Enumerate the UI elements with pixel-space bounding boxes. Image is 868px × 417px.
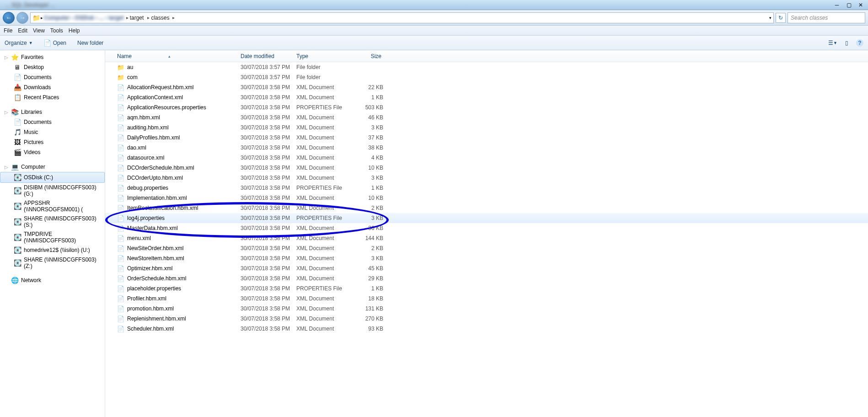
file-type-icon: 📁 xyxy=(117,74,124,81)
menu-help[interactable]: Help xyxy=(69,27,80,34)
sidebar-item-videos[interactable]: 🎬Videos xyxy=(0,147,105,157)
sidebar-item-homedrive[interactable]: 💽homedrive12$ (\\isilon) (U:) xyxy=(0,245,105,255)
network-header[interactable]: ▷ 🌐 Network xyxy=(0,275,105,285)
sidebar-item-tmpdrive[interactable]: 💽TMPDRIVE (\\NMISDCGFFS003) xyxy=(0,230,105,245)
sidebar-item-lib-documents[interactable]: 📄Documents xyxy=(0,117,105,127)
file-row[interactable]: 📄NewStoreItem.hbm.xml30/07/2018 3:58 PMX… xyxy=(105,253,868,263)
file-name: NewStoreItem.hbm.xml xyxy=(127,255,184,262)
file-date: 30/07/2018 3:58 PM xyxy=(237,315,293,322)
sidebar-item-share-z[interactable]: 💽SHARE (\\NMISDCGFFS003) (Z:) xyxy=(0,255,105,271)
file-row[interactable]: 📄placeholder.properties30/07/2018 3:58 P… xyxy=(105,283,868,294)
file-type-icon: 📄 xyxy=(117,94,124,101)
preview-pane-button[interactable]: ▯ xyxy=(842,39,851,47)
menu-tools[interactable]: Tools xyxy=(50,27,63,34)
file-name: ApplicationResources.properties xyxy=(127,104,206,111)
sidebar-item-desktop[interactable]: 🖥Desktop xyxy=(0,62,105,72)
crumb-target[interactable]: ▸target xyxy=(125,15,145,21)
file-date: 30/07/2018 3:58 PM xyxy=(237,84,293,91)
sidebar-item-documents[interactable]: 📄Documents xyxy=(0,72,105,82)
sidebar-item-music[interactable]: 🎵Music xyxy=(0,127,105,137)
file-size: 4 KB xyxy=(350,155,385,161)
file-row[interactable]: 📄log4j.properties30/07/2018 3:58 PMPROPE… xyxy=(105,213,868,223)
maximize-button[interactable]: ▢ xyxy=(843,1,854,9)
sidebar-item-disibm[interactable]: 💽DISIBM (\\NMISDCGFFS003) (G:) xyxy=(0,183,105,198)
new-folder-button[interactable]: New folder xyxy=(77,40,103,46)
computer-header[interactable]: ▷ 💻 Computer xyxy=(0,162,105,172)
sort-asc-icon: ▴ xyxy=(168,54,171,59)
file-row[interactable]: 📁com30/07/2018 3:57 PMFile folder xyxy=(105,72,868,82)
refresh-button[interactable]: ↻ xyxy=(776,13,786,23)
search-input[interactable]: Search classes xyxy=(788,12,865,23)
file-type: XML Document xyxy=(293,165,350,171)
column-name[interactable]: Name▴ xyxy=(113,53,237,59)
file-row[interactable]: 📄Profiler.hbm.xml30/07/2018 3:58 PMXML D… xyxy=(105,294,868,304)
file-size: 36 KB xyxy=(350,225,385,231)
file-row[interactable]: 📄Implementation.hbm.xml30/07/2018 3:58 P… xyxy=(105,193,868,203)
column-type[interactable]: Type xyxy=(293,53,350,59)
file-row[interactable]: 📄aqm.hbm.xml30/07/2018 3:58 PMXML Docume… xyxy=(105,112,868,123)
sidebar-item-appsshr[interactable]: 💽APPSSHR (\\NNORSOGFSM001) ( xyxy=(0,198,105,214)
file-row[interactable]: 📄NewSiteOrder.hbm.xml30/07/2018 3:58 PMX… xyxy=(105,243,868,253)
back-button[interactable]: ← xyxy=(3,12,15,24)
file-row[interactable]: 📁au30/07/2018 3:57 PMFile folder xyxy=(105,62,868,72)
file-date: 30/07/2018 3:58 PM xyxy=(237,235,293,241)
file-name: Optimizer.hbm.xml xyxy=(127,265,172,272)
desktop-icon: 🖥 xyxy=(14,64,21,71)
file-row[interactable]: 📄OrderSchedule.hbm.xml30/07/2018 3:58 PM… xyxy=(105,273,868,283)
file-type: XML Document xyxy=(293,175,350,181)
column-date[interactable]: Date modified xyxy=(237,53,293,59)
menu-file[interactable]: File xyxy=(4,27,12,34)
sidebar-item-downloads[interactable]: 📥Downloads xyxy=(0,82,105,92)
file-row[interactable]: 📄menu.xml30/07/2018 3:58 PMXML Document1… xyxy=(105,233,868,243)
file-type-icon: 📄 xyxy=(117,184,124,192)
sidebar-item-osdisk[interactable]: 💽OSDisk (C:) xyxy=(0,172,105,183)
file-size: 503 KB xyxy=(350,104,385,111)
file-type: XML Document xyxy=(293,84,350,91)
column-size[interactable]: Size xyxy=(350,53,385,59)
file-type: PROPERTIES File xyxy=(293,185,350,191)
organize-button[interactable]: Organize▼ xyxy=(5,40,33,46)
file-row[interactable]: 📄DCOrderSchedule.hbm.xml30/07/2018 3:58 … xyxy=(105,163,868,173)
file-row[interactable]: 📄MasterData.hbm.xml30/07/2018 3:58 PMXML… xyxy=(105,223,868,233)
sidebar-item-recent[interactable]: 📋Recent Places xyxy=(0,92,105,102)
file-row[interactable]: 📄datasource.xml30/07/2018 3:58 PMXML Doc… xyxy=(105,153,868,163)
file-row[interactable]: 📄ItemReclassification.hbm.xml30/07/2018 … xyxy=(105,203,868,213)
menu-bar: File Edit View Tools Help xyxy=(0,26,868,36)
file-row[interactable]: 📄ApplicationContext.xml30/07/2018 3:58 P… xyxy=(105,92,868,102)
file-name: DCOrderUpto.hbm.xml xyxy=(127,175,183,181)
file-row[interactable]: 📄promotion.hbm.xml30/07/2018 3:58 PMXML … xyxy=(105,304,868,314)
file-row[interactable]: 📄Optimizer.hbm.xml30/07/2018 3:58 PMXML … xyxy=(105,263,868,273)
menu-view[interactable]: View xyxy=(33,27,45,34)
favorites-header[interactable]: ▷ ⭐ Favorites xyxy=(0,52,105,62)
file-name: OrderSchedule.hbm.xml xyxy=(127,275,186,282)
file-row[interactable]: 📄ApplicationResources.properties30/07/20… xyxy=(105,102,868,112)
file-row[interactable]: 📄Replenishment.hbm.xml30/07/2018 3:58 PM… xyxy=(105,314,868,324)
open-button[interactable]: 📄 Open xyxy=(44,39,66,47)
file-size: 45 KB xyxy=(350,265,385,272)
file-row[interactable]: 📄DailyProfiles.hbm.xml30/07/2018 3:58 PM… xyxy=(105,133,868,143)
file-row[interactable]: 📄dao.xml30/07/2018 3:58 PMXML Document38… xyxy=(105,143,868,153)
file-rows: 📁au30/07/2018 3:57 PMFile folder📁com30/0… xyxy=(105,62,868,334)
view-options-button[interactable]: ☰ ▼ xyxy=(829,39,837,47)
breadcrumb[interactable]: 📁 ▸ Computer › OSDisk › ... › target ▸ta… xyxy=(30,12,774,23)
sidebar-item-pictures[interactable]: 🖼Pictures xyxy=(0,137,105,147)
file-type: XML Document xyxy=(293,94,350,101)
file-row[interactable]: 📄debug.properties30/07/2018 3:58 PMPROPE… xyxy=(105,183,868,193)
help-button[interactable]: ? xyxy=(856,39,863,47)
close-button[interactable]: ✕ xyxy=(855,1,866,9)
file-row[interactable]: 📄Scheduler.hbm.xml30/07/2018 3:58 PMXML … xyxy=(105,324,868,334)
sidebar-item-share-s[interactable]: 💽SHARE (\\NMISDCGFFS003) (S:) xyxy=(0,214,105,230)
crumb-classes[interactable]: ▸classes▸ xyxy=(146,15,176,21)
file-row[interactable]: 📄DCOrderUpto.hbm.xml30/07/2018 3:58 PMXM… xyxy=(105,173,868,183)
file-type-icon: 📄 xyxy=(117,295,124,302)
file-name: auditing.hbm.xml xyxy=(127,124,169,131)
forward-button[interactable]: → xyxy=(16,12,28,24)
libraries-header[interactable]: ▷ 📚 Libraries xyxy=(0,107,105,117)
file-row[interactable]: 📄AllocationRequest.hbm.xml30/07/2018 3:5… xyxy=(105,82,868,92)
minimize-button[interactable]: ─ xyxy=(831,1,842,9)
file-size: 29 KB xyxy=(350,275,385,282)
drive-icon: 💽 xyxy=(14,259,21,267)
breadcrumb-dropdown[interactable]: ▾ xyxy=(769,16,772,20)
menu-edit[interactable]: Edit xyxy=(18,27,27,34)
file-row[interactable]: 📄auditing.hbm.xml30/07/2018 3:58 PMXML D… xyxy=(105,123,868,133)
